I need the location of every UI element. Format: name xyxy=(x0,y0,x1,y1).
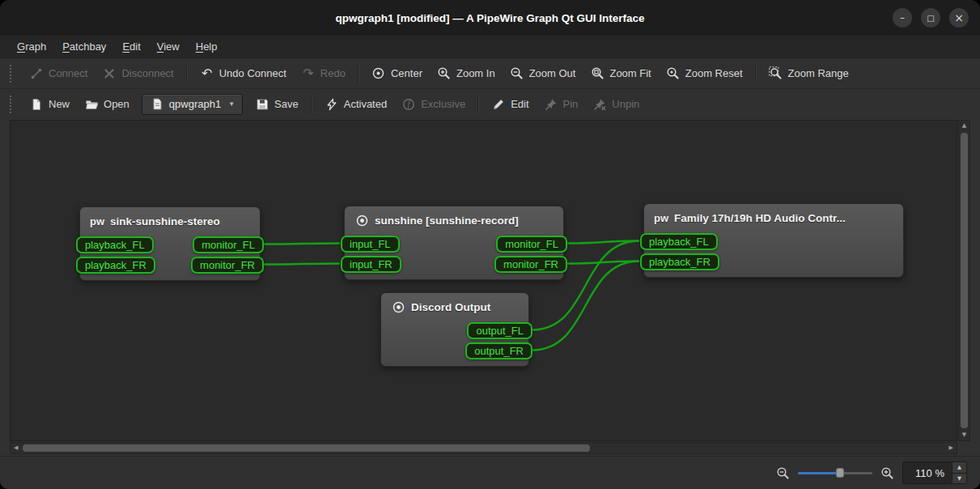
minimize-button[interactable]: – xyxy=(893,8,912,28)
vertical-scrollbar-thumb[interactable] xyxy=(961,133,968,428)
node-title-bar[interactable]: sunshine [sunshine-record] xyxy=(345,206,563,234)
port-row: input_FRmonitor_FR xyxy=(345,254,563,274)
menu-view[interactable]: View xyxy=(150,38,187,55)
port-output_FR[interactable]: output_FR xyxy=(465,342,532,359)
maximize-button[interactable]: □ xyxy=(921,8,940,28)
port-playback_FR[interactable]: playback_FR xyxy=(640,253,719,270)
zoom-range-icon xyxy=(769,66,783,81)
toolbar-label: Pin xyxy=(563,98,579,110)
port-row: output_FR xyxy=(381,341,528,361)
toolbar-separator xyxy=(186,65,188,83)
zoom-spinbox[interactable]: 110 % ▲ ▼ xyxy=(902,461,967,484)
activated-button[interactable]: Activated xyxy=(318,93,393,116)
port-row: input_FLmonitor_FL xyxy=(345,234,563,254)
port-monitor_FL[interactable]: monitor_FL xyxy=(193,236,264,253)
graph-canvas[interactable]: pwsink-sunshine-stereoplayback_FLmonitor… xyxy=(10,120,957,441)
wire-sunshine-to-family-audio[interactable] xyxy=(566,262,639,264)
toolbar-label: Save xyxy=(274,98,299,110)
toolbar-label: Connect xyxy=(49,67,87,79)
toolbar-label: Disconnect xyxy=(121,67,173,79)
menu-graph[interactable]: Graph xyxy=(10,38,53,55)
menu-help[interactable]: Help xyxy=(189,38,225,55)
port-input_FL[interactable]: input_FL xyxy=(341,236,400,253)
zoom-fit-button[interactable]: Zoom Fit xyxy=(583,62,657,85)
toolbar-label: Edit xyxy=(511,98,528,110)
toolbar-handle[interactable] xyxy=(10,96,15,113)
port-monitor_FL[interactable]: monitor_FL xyxy=(496,236,567,253)
port-playback_FL[interactable]: playback_FL xyxy=(76,236,154,253)
toolbar-label: Redo xyxy=(320,67,346,79)
zoom-reset-icon xyxy=(666,66,681,81)
scroll-right-arrow[interactable]: ▶ xyxy=(949,445,953,451)
zoom-out-button[interactable]: Zoom Out xyxy=(503,62,583,85)
zoom-out-icon[interactable] xyxy=(776,466,790,480)
chevron-down-icon: ▼ xyxy=(228,100,235,108)
horizontal-scrollbar[interactable]: ◀ ▶ xyxy=(10,442,957,454)
node-family-audio[interactable]: pwFamily 17h/19h HD Audio Contr...playba… xyxy=(643,203,904,278)
wire-sunshine-to-family-audio[interactable] xyxy=(566,241,639,244)
toolbar-label: Undo Connect xyxy=(219,67,286,79)
new-button[interactable]: New xyxy=(23,93,76,116)
port-output_FL[interactable]: output_FL xyxy=(467,322,532,339)
zoom-slider-thumb[interactable] xyxy=(836,468,844,478)
toolbar-label: Center xyxy=(391,67,422,79)
close-button[interactable]: × xyxy=(949,8,969,28)
zoom-spin-up-button[interactable]: ▲ xyxy=(952,462,966,473)
menu-patchbay[interactable]: Patchbay xyxy=(55,38,113,55)
record-icon xyxy=(391,300,405,314)
center-button[interactable]: Center xyxy=(365,62,429,85)
node-title-bar[interactable]: Discord Output xyxy=(381,293,528,321)
node-title-bar[interactable]: pwFamily 17h/19h HD Audio Contr... xyxy=(644,204,903,232)
toolbar-label: Zoom Fit xyxy=(609,67,651,79)
toolbar-label: Unpin xyxy=(612,98,639,110)
toolbar-label: Zoom Out xyxy=(529,67,576,79)
zoom-range-button[interactable]: Zoom Range xyxy=(762,62,855,85)
toolbar-handle[interactable] xyxy=(10,65,15,83)
port-playback_FR[interactable]: playback_FR xyxy=(76,257,155,274)
scroll-down-arrow[interactable]: ▼ xyxy=(959,432,969,438)
node-title: sink-sunshine-stereo xyxy=(110,215,220,227)
zoom-slider[interactable] xyxy=(798,466,872,480)
edit-button[interactable]: Edit xyxy=(485,93,535,116)
titlebar[interactable]: qpwgraph1 [modified] — A PipeWire Graph … xyxy=(0,0,980,36)
wire-sink-sunshine-stereo-to-sunshine[interactable] xyxy=(263,264,340,265)
open-button[interactable]: Open xyxy=(78,93,136,116)
toolbar-patchbay-actions: NewOpenqpwgraph1▼SaveActivatedfExclusive… xyxy=(0,88,980,119)
port-spacer xyxy=(902,241,903,242)
zoom-reset-button[interactable]: Zoom Reset xyxy=(660,62,749,85)
toolbar-graph-actions: ConnectDisconnect↶Undo Connect↷RedoCente… xyxy=(0,58,980,88)
vertical-scrollbar[interactable]: ▲ ▼ xyxy=(958,120,970,441)
port-monitor_FR[interactable]: monitor_FR xyxy=(191,257,264,274)
node-sunshine[interactable]: sunshine [sunshine-record]input_FLmonito… xyxy=(344,206,564,280)
node-title-bar[interactable]: pwsink-sunshine-stereo xyxy=(80,207,260,235)
scroll-left-arrow[interactable]: ◀ xyxy=(14,445,18,451)
menu-edit[interactable]: Edit xyxy=(115,38,147,55)
port-row: playback_FL xyxy=(644,232,903,252)
patchbay-selector[interactable]: qpwgraph1▼ xyxy=(142,94,243,115)
scroll-up-arrow[interactable]: ▲ xyxy=(959,123,969,129)
port-playback_FL[interactable]: playback_FL xyxy=(640,233,718,250)
horizontal-scrollbar-thumb[interactable] xyxy=(23,444,590,452)
undo-connect-button[interactable]: ↶Undo Connect xyxy=(193,62,293,85)
combo-value: qpwgraph1 xyxy=(169,98,221,110)
port-row: output_FL xyxy=(381,321,528,341)
disconnect-icon xyxy=(102,66,117,81)
port-input_FR[interactable]: input_FR xyxy=(341,256,401,273)
redo-button: ↷Redo xyxy=(295,62,352,85)
zoom-fit-icon xyxy=(590,66,605,81)
save-button[interactable]: Save xyxy=(248,93,305,116)
zoom-spin-down-button[interactable]: ▼ xyxy=(952,473,966,484)
exclusive-icon: f xyxy=(401,97,416,112)
zoom-in-button[interactable]: Zoom In xyxy=(431,62,502,85)
node-sink-sunshine-stereo[interactable]: pwsink-sunshine-stereoplayback_FLmonitor… xyxy=(79,206,261,281)
zoom-out-icon xyxy=(510,66,524,81)
zoom-in-icon[interactable] xyxy=(880,466,894,480)
wire-sink-sunshine-stereo-to-sunshine[interactable] xyxy=(263,244,340,244)
port-monitor_FR[interactable]: monitor_FR xyxy=(494,256,567,273)
node-discord-output[interactable]: Discord Outputoutput_FLoutput_FR xyxy=(380,292,529,367)
connect-button: Connect xyxy=(23,62,94,85)
unpin-button: Unpin xyxy=(586,93,646,116)
node-title: Family 17h/19h HD Audio Contr... xyxy=(674,212,846,224)
node-ports: output_FLoutput_FR xyxy=(381,321,528,366)
toolbar-label: New xyxy=(49,98,70,110)
